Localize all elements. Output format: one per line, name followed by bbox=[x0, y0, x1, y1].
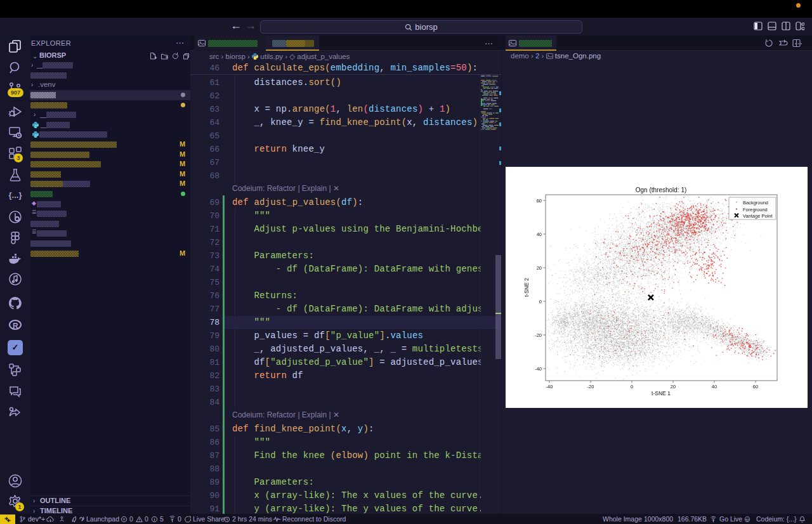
svg-text:R: R bbox=[13, 322, 18, 331]
